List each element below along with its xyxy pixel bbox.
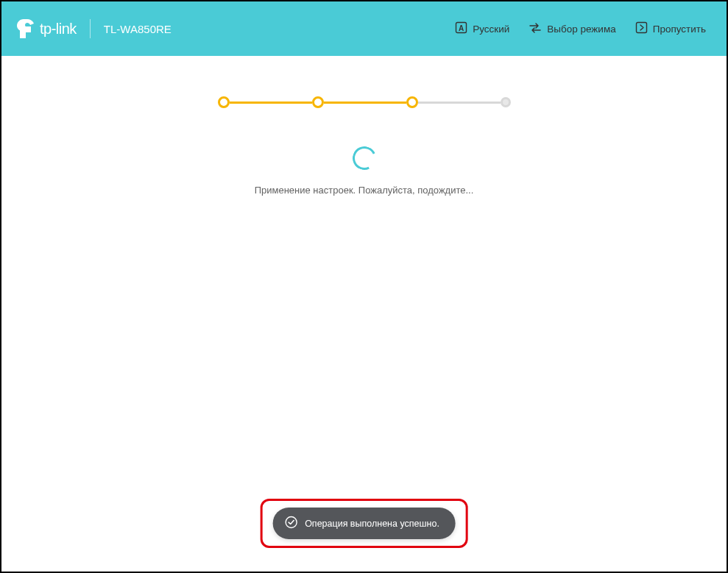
header-right-nav: A Русский Выбор режима Пропустить [455,21,706,36]
skip-label: Пропустить [653,24,706,35]
status-message: Применение настроек. Пожалуйста, подожди… [1,185,727,196]
tp-link-logo-icon [15,18,35,40]
success-toast: Операция выполнена успешно. [272,508,456,539]
app-header: tp-link TL-WA850RE A Русский Выбор режим… [1,1,727,56]
progress-step-4 [501,97,511,107]
language-selector[interactable]: A Русский [455,21,509,36]
check-circle-icon [284,516,297,531]
progress-step-3 [406,96,418,108]
toast-container: Операция выполнена успешно. [260,499,468,548]
progress-line-3 [418,102,501,104]
loading-spinner-wrap [1,146,727,170]
brand-name: tp-link [40,21,77,38]
progress-line-2 [324,102,406,104]
swap-icon [529,22,542,36]
language-label: Русский [473,24,509,35]
brand-logo: tp-link [15,18,77,40]
progress-step-1 [218,96,230,108]
svg-point-3 [286,517,297,528]
mode-label: Выбор режима [547,24,615,35]
toast-message: Операция выполнена успешно. [305,519,439,529]
progress-step-2 [312,96,324,108]
skip-button[interactable]: Пропустить [635,21,706,36]
svg-text:A: A [459,24,464,32]
main-content: Применение настроек. Пожалуйста, подожди… [1,56,727,572]
svg-rect-2 [636,23,646,33]
language-icon: A [455,21,467,36]
header-divider [90,19,91,38]
mode-selector[interactable]: Выбор режима [529,22,615,36]
progress-stepper [1,56,727,108]
header-left: tp-link TL-WA850RE [15,18,172,40]
device-model: TL-WA850RE [104,23,172,35]
skip-icon [635,21,648,36]
progress-line-1 [230,102,312,104]
toast-highlight-border: Операция выполнена успешно. [260,499,468,548]
loading-spinner-icon [349,143,379,173]
